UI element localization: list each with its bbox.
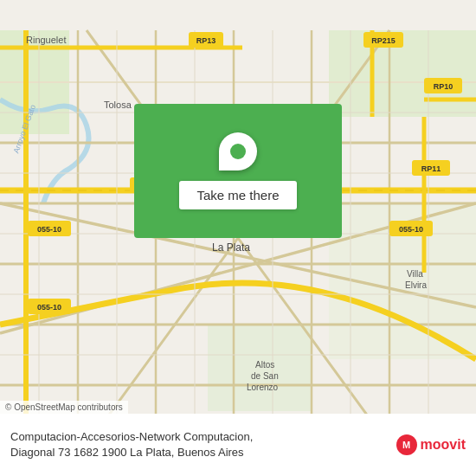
svg-text:La Plata: La Plata [212, 241, 250, 254]
info-row: Computacion-Accesorios-Network Computaci… [0, 414, 476, 476]
svg-text:055-10: 055-10 [37, 303, 61, 312]
svg-text:055-10: 055-10 [37, 225, 61, 234]
location-callout: Take me there [134, 104, 342, 238]
svg-text:Elvira: Elvira [405, 280, 427, 290]
moovit-brand: M moovit [396, 434, 466, 455]
svg-text:Villa: Villa [407, 269, 423, 279]
place-info: Computacion-Accesorios-Network Computaci… [10, 429, 396, 460]
svg-text:055-10: 055-10 [399, 225, 423, 234]
moovit-logo-text: moovit [421, 437, 466, 453]
place-address: Diagonal 73 1682 1900 La Plata, Buenos A… [10, 445, 396, 460]
pin-icon [219, 132, 257, 170]
take-me-there-button[interactable]: Take me there [179, 181, 296, 209]
svg-text:Tolosa: Tolosa [104, 100, 132, 110]
svg-text:RP215: RP215 [371, 36, 396, 45]
moovit-logo-letter: M [396, 434, 417, 455]
svg-text:de San: de San [251, 371, 279, 381]
place-name: Computacion-Accesorios-Network Computaci… [10, 429, 396, 445]
svg-text:RP13: RP13 [196, 36, 216, 45]
svg-text:RP11: RP11 [421, 164, 441, 173]
svg-text:RP10: RP10 [434, 82, 453, 91]
bottom-info-bar: Computacion-Accesorios-Network Computaci… [0, 414, 476, 476]
map-attribution: © OpenStreetMap contributors [0, 401, 128, 414]
svg-text:Ringuelet: Ringuelet [26, 35, 66, 45]
map-container: 055-10 055-10 055-10 055-10 RP13 RP215 R… [0, 0, 476, 476]
svg-text:Lorenzo: Lorenzo [247, 383, 279, 392]
svg-text:Altos: Altos [255, 360, 274, 370]
attribution-text: © OpenStreetMap contributors [5, 402, 123, 412]
map-pin [211, 125, 265, 178]
